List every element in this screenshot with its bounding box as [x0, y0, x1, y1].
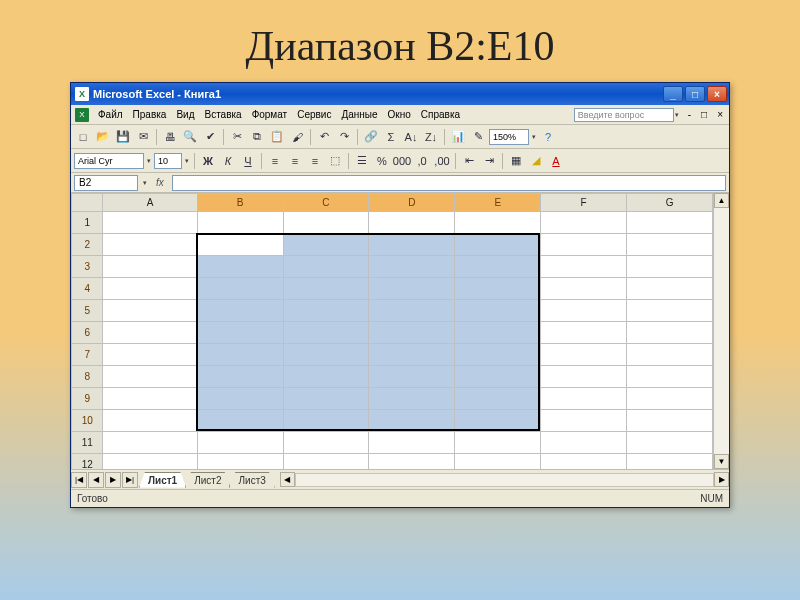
menu-file[interactable]: Файл	[93, 107, 128, 122]
doc-close-button[interactable]: ×	[715, 109, 725, 120]
cell-D3[interactable]	[369, 256, 455, 278]
merge-icon[interactable]: ⬚	[326, 152, 344, 170]
cell-B10[interactable]	[197, 410, 283, 432]
cell-A3[interactable]	[103, 256, 197, 278]
cell-D4[interactable]	[369, 278, 455, 300]
row-header-5[interactable]: 5	[72, 300, 103, 322]
cell-A1[interactable]	[103, 212, 197, 234]
spreadsheet-grid[interactable]: ABCDEFG123456789101112	[71, 193, 713, 469]
horizontal-scrollbar[interactable]: ◀ ▶	[280, 472, 729, 488]
vertical-scrollbar[interactable]: ▲ ▼	[713, 193, 729, 469]
menu-help[interactable]: Справка	[416, 107, 465, 122]
cell-F1[interactable]	[541, 212, 627, 234]
font-name-select[interactable]: Arial Cyr	[74, 153, 144, 169]
cell-A2[interactable]	[103, 234, 197, 256]
autosum-icon[interactable]: Σ	[382, 128, 400, 146]
column-header-G[interactable]: G	[627, 194, 713, 212]
cell-G2[interactable]	[627, 234, 713, 256]
fill-color-icon[interactable]: ◢	[527, 152, 545, 170]
menu-edit[interactable]: Правка	[128, 107, 172, 122]
cell-F5[interactable]	[541, 300, 627, 322]
cell-E12[interactable]	[455, 454, 541, 470]
column-header-B[interactable]: B	[197, 194, 283, 212]
row-header-2[interactable]: 2	[72, 234, 103, 256]
cell-E6[interactable]	[455, 322, 541, 344]
cell-B3[interactable]	[197, 256, 283, 278]
cell-G8[interactable]	[627, 366, 713, 388]
chart-icon[interactable]: 📊	[449, 128, 467, 146]
column-header-F[interactable]: F	[541, 194, 627, 212]
menu-format[interactable]: Формат	[247, 107, 293, 122]
row-header-11[interactable]: 11	[72, 432, 103, 454]
cell-A10[interactable]	[103, 410, 197, 432]
cell-F3[interactable]	[541, 256, 627, 278]
cell-G6[interactable]	[627, 322, 713, 344]
inc-decimal-icon[interactable]: ,0	[413, 152, 431, 170]
cell-C3[interactable]	[283, 256, 369, 278]
column-header-D[interactable]: D	[369, 194, 455, 212]
scroll-track[interactable]	[714, 208, 729, 454]
cell-F7[interactable]	[541, 344, 627, 366]
row-header-8[interactable]: 8	[72, 366, 103, 388]
cell-A9[interactable]	[103, 388, 197, 410]
cell-C4[interactable]	[283, 278, 369, 300]
cell-E1[interactable]	[455, 212, 541, 234]
tab-nav-next-icon[interactable]: ▶	[105, 472, 121, 488]
cell-D5[interactable]	[369, 300, 455, 322]
undo-icon[interactable]: ↶	[315, 128, 333, 146]
column-header-E[interactable]: E	[455, 194, 541, 212]
open-icon[interactable]: 📂	[94, 128, 112, 146]
print-icon[interactable]: 🖶	[161, 128, 179, 146]
maximize-button[interactable]: □	[685, 86, 705, 102]
permission-icon[interactable]: ✉	[134, 128, 152, 146]
cell-G7[interactable]	[627, 344, 713, 366]
cell-F9[interactable]	[541, 388, 627, 410]
cell-G4[interactable]	[627, 278, 713, 300]
cell-B1[interactable]	[197, 212, 283, 234]
italic-icon[interactable]: К	[219, 152, 237, 170]
cell-B12[interactable]	[197, 454, 283, 470]
tab-nav-last-icon[interactable]: ▶|	[122, 472, 138, 488]
doc-restore-button[interactable]: □	[699, 109, 709, 120]
font-size-select[interactable]: 10	[154, 153, 182, 169]
cell-G11[interactable]	[627, 432, 713, 454]
cell-B7[interactable]	[197, 344, 283, 366]
scroll-right-icon[interactable]: ▶	[714, 472, 729, 487]
ask-dropdown-icon[interactable]: ▾	[674, 111, 680, 119]
cell-D6[interactable]	[369, 322, 455, 344]
new-icon[interactable]: □	[74, 128, 92, 146]
cell-A7[interactable]	[103, 344, 197, 366]
cell-A4[interactable]	[103, 278, 197, 300]
cell-E11[interactable]	[455, 432, 541, 454]
cell-D2[interactable]	[369, 234, 455, 256]
column-header-C[interactable]: C	[283, 194, 369, 212]
zoom-dropdown-icon[interactable]: ▾	[531, 133, 537, 141]
inc-indent-icon[interactable]: ⇥	[480, 152, 498, 170]
hscroll-track[interactable]	[295, 473, 714, 487]
cell-C7[interactable]	[283, 344, 369, 366]
underline-icon[interactable]: Ч	[239, 152, 257, 170]
workbook-icon[interactable]: X	[75, 108, 89, 122]
cell-F2[interactable]	[541, 234, 627, 256]
cell-C8[interactable]	[283, 366, 369, 388]
align-left-icon[interactable]: ≡	[266, 152, 284, 170]
cell-E10[interactable]	[455, 410, 541, 432]
cell-D10[interactable]	[369, 410, 455, 432]
cell-G5[interactable]	[627, 300, 713, 322]
cell-E4[interactable]	[455, 278, 541, 300]
cell-E8[interactable]	[455, 366, 541, 388]
cell-G3[interactable]	[627, 256, 713, 278]
cell-F6[interactable]	[541, 322, 627, 344]
close-button[interactable]: ×	[707, 86, 727, 102]
cell-C2[interactable]	[283, 234, 369, 256]
cell-B8[interactable]	[197, 366, 283, 388]
align-right-icon[interactable]: ≡	[306, 152, 324, 170]
row-header-7[interactable]: 7	[72, 344, 103, 366]
cell-B4[interactable]	[197, 278, 283, 300]
menu-tools[interactable]: Сервис	[292, 107, 336, 122]
cell-D9[interactable]	[369, 388, 455, 410]
minimize-button[interactable]: _	[663, 86, 683, 102]
currency-icon[interactable]: ☰	[353, 152, 371, 170]
help-icon[interactable]: ?	[539, 128, 557, 146]
select-all-corner[interactable]	[72, 194, 103, 212]
